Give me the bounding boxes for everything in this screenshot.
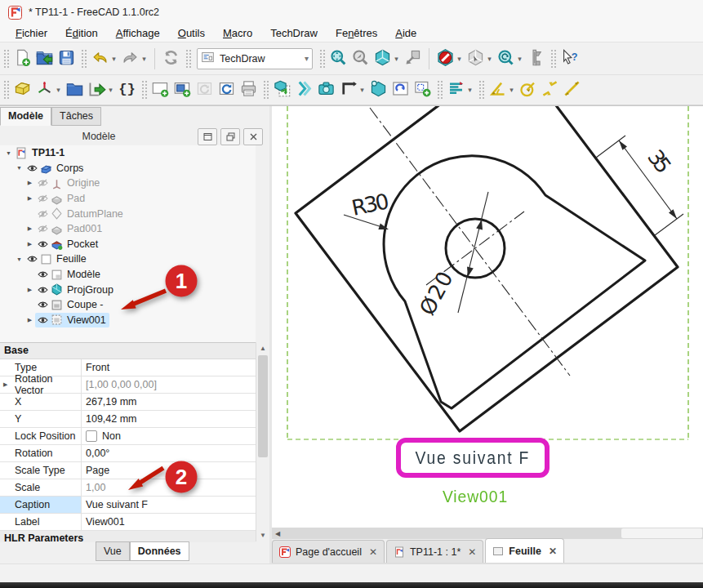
- tab-vue[interactable]: Vue: [96, 541, 130, 561]
- scroll-up-icon[interactable]: ▲: [256, 342, 269, 354]
- menu-affichage[interactable]: Affichage: [107, 25, 169, 41]
- menu-aide[interactable]: Aide: [386, 25, 425, 41]
- tree-item-datumplane[interactable]: DatumPlane: [0, 206, 256, 221]
- toolbar-grip[interactable]: [81, 49, 87, 69]
- tree-item-pad[interactable]: ▶Pad: [0, 191, 256, 207]
- property-row-rotation-vector[interactable]: ▶Rotation Vector[1,00 0,00 0,00]: [0, 376, 256, 394]
- toolbar-grip[interactable]: [185, 49, 191, 69]
- view-caption-highlight[interactable]: Vue suivant F: [396, 438, 549, 478]
- toolbar-grip[interactable]: [263, 80, 269, 100]
- menu-fenetres[interactable]: Fenêtres: [327, 25, 386, 41]
- draw-style-button[interactable]: ▾: [434, 47, 465, 71]
- property-scrollbar[interactable]: ▲ ▼: [256, 342, 269, 541]
- toolbar-grip[interactable]: [437, 80, 443, 100]
- menu-fichier[interactable]: Fichier: [7, 25, 56, 41]
- page-redraw-button[interactable]: [194, 78, 216, 102]
- eye-visible-icon[interactable]: [36, 269, 50, 280]
- measure-button[interactable]: [525, 47, 547, 71]
- toolbar-grip[interactable]: [478, 80, 484, 100]
- property-value[interactable]: [1,00 0,00 0,00]: [86, 379, 157, 390]
- detail-view-button[interactable]: [412, 78, 434, 102]
- expander-open-icon[interactable]: ▼: [14, 165, 24, 171]
- eye-visible-icon[interactable]: [25, 163, 39, 174]
- page-new-button[interactable]: [149, 78, 171, 102]
- complex-section-button[interactable]: [367, 78, 389, 102]
- view-cube-button[interactable]: ▾: [465, 47, 495, 71]
- drawing-canvas[interactable]: R30 Ø20 35 Vue suivant F View001: [272, 105, 703, 528]
- expander-closed-icon[interactable]: ▶: [3, 381, 7, 388]
- document-tab-page-d-accueil[interactable]: Page d'accueil✕: [272, 540, 385, 563]
- eye-visible-icon[interactable]: [25, 253, 39, 265]
- tree-item-projgroup[interactable]: ▶ProjGroup: [0, 282, 256, 297]
- pocket-contour[interactable]: [384, 156, 645, 408]
- zoom-fit-all-button[interactable]: [327, 47, 349, 71]
- expander-closed-icon[interactable]: ▶: [24, 317, 35, 323]
- eye-hidden-icon[interactable]: [36, 208, 50, 220]
- property-row-rotation[interactable]: Rotation0,00°: [0, 445, 256, 462]
- tree-item-tp11-1[interactable]: ▼TP11-1: [0, 145, 256, 161]
- eye-hidden-icon[interactable]: [36, 193, 50, 204]
- expander-open-icon[interactable]: ▼: [3, 150, 14, 156]
- property-group-hlr[interactable]: HLR Parameters: [0, 531, 256, 542]
- fit-selection-button[interactable]: [402, 47, 424, 71]
- property-value[interactable]: 109,42 mm: [86, 413, 137, 425]
- scroll-down-icon[interactable]: ▼: [256, 529, 269, 541]
- clip-group-button[interactable]: [389, 78, 412, 102]
- horizontal-scrollbar[interactable]: ◀: [272, 528, 703, 539]
- expander-closed-icon[interactable]: ▶: [24, 225, 35, 232]
- eye-hidden-icon[interactable]: [36, 177, 50, 189]
- document-tab-feuille[interactable]: Feuille✕: [485, 538, 564, 563]
- tree-item-corps[interactable]: ▼Corps: [0, 161, 256, 176]
- checkbox-unchecked[interactable]: [86, 430, 97, 442]
- scrollbar-thumb[interactable]: [258, 355, 268, 457]
- eye-visible-icon[interactable]: [36, 238, 50, 250]
- chevron-down-icon[interactable]: ▾: [110, 55, 118, 63]
- diameter-dim-label[interactable]: Ø20: [415, 267, 458, 319]
- dim-angle-button[interactable]: ▾: [487, 78, 517, 102]
- property-value[interactable]: 0,00°: [86, 448, 109, 459]
- datum-axis-button[interactable]: ▾: [33, 78, 64, 102]
- property-row-caption[interactable]: CaptionVue suivant F: [0, 497, 256, 514]
- dock-panel-button[interactable]: [198, 128, 217, 145]
- chevron-down-icon[interactable]: ▾: [393, 55, 400, 63]
- sync-view-button[interactable]: ▾: [495, 47, 525, 71]
- property-row-x[interactable]: X267,19 mm: [0, 394, 256, 411]
- property-row-scale-type[interactable]: Scale TypePage: [0, 462, 256, 479]
- toolbar-grip[interactable]: [550, 49, 556, 69]
- scroll-left-icon[interactable]: ◀: [272, 530, 283, 537]
- print-button[interactable]: [238, 78, 260, 102]
- tree-item-pocket[interactable]: ▶Pocket: [0, 237, 256, 252]
- chevron-down-icon[interactable]: ▾: [107, 86, 114, 94]
- chevron-down-icon[interactable]: ▾: [486, 55, 493, 63]
- chevron-down-icon[interactable]: ▾: [140, 55, 148, 63]
- tab-taches[interactable]: Tâches: [51, 107, 101, 126]
- view-insert-button[interactable]: [271, 78, 293, 102]
- expander-closed-icon[interactable]: ▶: [24, 287, 35, 293]
- expander-closed-icon[interactable]: ▶: [24, 241, 35, 247]
- stack-hatch-button[interactable]: ▾: [445, 78, 475, 102]
- export-button[interactable]: ▾: [86, 78, 116, 102]
- toolbar-grip[interactable]: [3, 80, 9, 100]
- eye-visible-icon[interactable]: [36, 284, 50, 296]
- page-update-button[interactable]: [216, 78, 238, 102]
- chevron-down-icon[interactable]: ▾: [358, 86, 366, 94]
- close-icon[interactable]: ✕: [369, 546, 377, 558]
- new-document-button[interactable]: [11, 47, 33, 71]
- refresh-button[interactable]: [160, 47, 182, 71]
- property-value[interactable]: Front: [86, 362, 109, 373]
- property-group-base[interactable]: Base: [0, 343, 256, 359]
- chevron-down-icon[interactable]: ▾: [466, 86, 474, 94]
- tree-item-view001[interactable]: ▶View001: [0, 313, 256, 328]
- tree-item-coupe[interactable]: Coupe -: [0, 297, 256, 313]
- tree-item-feuille[interactable]: ▼Feuille: [0, 252, 256, 267]
- property-row-label[interactable]: LabelView001: [0, 514, 256, 531]
- page-template-button[interactable]: [171, 78, 194, 102]
- chevron-down-icon[interactable]: ▾: [508, 86, 515, 94]
- save-document-button[interactable]: [56, 47, 78, 71]
- toolbar-grip[interactable]: [141, 80, 147, 100]
- property-row-lock-position[interactable]: Lock PositionNon: [0, 428, 256, 445]
- tree-item-origine[interactable]: ▶Origine: [0, 176, 256, 191]
- undo-button[interactable]: ▾: [89, 47, 119, 71]
- projection-group-button[interactable]: [293, 78, 315, 102]
- dim-line-button[interactable]: [561, 78, 583, 102]
